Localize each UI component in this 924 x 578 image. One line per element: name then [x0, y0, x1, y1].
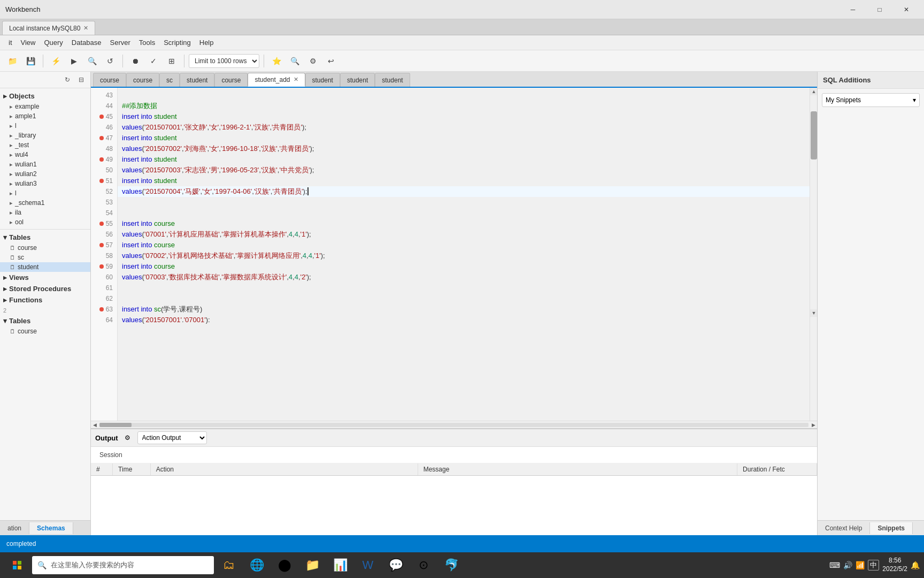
limit-rows-select[interactable]: Limit to 1000 rows: [189, 54, 259, 68]
output-settings-button[interactable]: ⚙: [122, 432, 133, 443]
tables-header[interactable]: ▾Tables: [0, 232, 90, 243]
tree-item-test[interactable]: ▸_test: [0, 140, 90, 150]
app-tab-close-icon[interactable]: ✕: [83, 25, 88, 32]
app-tab-mysql80[interactable]: Local instance MySQL80 ✕: [2, 21, 95, 35]
tree-item-wulian2[interactable]: ▸wulian2: [0, 169, 90, 179]
sql-tab-course-2[interactable]: course: [126, 73, 159, 87]
objects-header[interactable]: ▸ Objects: [0, 90, 90, 102]
sql-tab-student-3[interactable]: student: [340, 73, 375, 87]
start-button[interactable]: [4, 552, 30, 578]
tree-table-sc[interactable]: 🗒sc: [0, 253, 90, 262]
taskbar-unknown1[interactable]: ⊙: [411, 552, 436, 578]
taskbar-chrome[interactable]: ⬤: [272, 552, 297, 578]
scroll-down-button[interactable]: ▼: [810, 309, 817, 317]
commit-button[interactable]: ✓: [145, 54, 161, 69]
bottom-tab-schemas[interactable]: Schemas: [29, 522, 73, 534]
menu-server[interactable]: Server: [106, 36, 135, 49]
snippets-tab[interactable]: Snippets: [870, 522, 913, 534]
save-button[interactable]: 💾: [22, 54, 38, 69]
tree-item-wulian3[interactable]: ▸wulian3: [0, 179, 90, 188]
close-button[interactable]: ✕: [894, 0, 919, 19]
tree-item-ool[interactable]: ▸ool: [0, 217, 90, 227]
rollback-button[interactable]: ⏺: [127, 54, 143, 69]
output-content: # Time Action Message Duration / Fetc: [91, 463, 817, 535]
sql-tab-student-add[interactable]: student_add ✕: [248, 73, 305, 87]
find-button[interactable]: 🔍: [287, 54, 303, 69]
explain-button[interactable]: 🔍: [84, 54, 100, 69]
execute-button[interactable]: ⚡: [48, 54, 64, 69]
taskbar-clock[interactable]: 8:56 2022/5/2: [882, 557, 907, 573]
menu-it[interactable]: it: [4, 36, 17, 49]
sql-tab-course-3[interactable]: course: [214, 73, 248, 87]
taskbar-search-bar[interactable]: 🔍 在这里输入你要搜索的内容: [32, 556, 214, 574]
taskbar-powerpoint[interactable]: 📊: [327, 552, 353, 578]
tree-item-ample1[interactable]: ▸ample1: [0, 111, 90, 121]
star-button[interactable]: ⭐: [268, 54, 284, 69]
volume-icon[interactable]: 🔊: [843, 561, 852, 569]
bottom-tab-ation[interactable]: ation: [0, 522, 29, 534]
taskbar-search-icon: 🔍: [37, 561, 47, 569]
scroll-right-button[interactable]: ▶: [810, 421, 817, 429]
my-snippets-dropdown[interactable]: My Snippets ▾: [822, 93, 920, 107]
functions-header[interactable]: ▸Functions: [0, 294, 90, 306]
scroll-thumb[interactable]: [811, 111, 817, 159]
stop-button[interactable]: ↺: [102, 54, 118, 69]
tree-item-example[interactable]: ▸example: [0, 102, 90, 111]
sql-tab-student-4[interactable]: student: [375, 73, 410, 87]
open-file-button[interactable]: 📁: [4, 54, 20, 69]
notifications-icon[interactable]: 🔔: [911, 561, 920, 569]
tree-item-wulian1[interactable]: ▸wulian1: [0, 159, 90, 169]
tree-item-l[interactable]: ▸l: [0, 121, 90, 131]
taskbar-files[interactable]: 📁: [299, 552, 325, 578]
taskbar-unknown2[interactable]: 🐬: [438, 552, 464, 578]
menu-help[interactable]: Help: [195, 36, 218, 49]
stored-procedures-label: Stored Procedures: [9, 285, 71, 293]
tree-item-wul4[interactable]: ▸wul4: [0, 150, 90, 159]
scroll-left-button[interactable]: ◀: [91, 421, 98, 429]
tree-item-l2[interactable]: ▸l: [0, 188, 90, 198]
taskbar-edge[interactable]: 🌐: [244, 552, 270, 578]
menu-database[interactable]: Database: [67, 36, 106, 49]
taskbar-wechat[interactable]: 💬: [383, 552, 409, 578]
h-scroll-thumb[interactable]: [99, 423, 132, 427]
app-tab-bar: Local instance MySQL80 ✕: [0, 19, 924, 35]
keyboard-icon[interactable]: ⌨: [829, 561, 840, 569]
taskbar-word[interactable]: W: [355, 552, 381, 578]
menu-query[interactable]: Query: [40, 36, 67, 49]
sql-tab-course-1[interactable]: course: [93, 73, 126, 87]
format-button[interactable]: ⚙: [305, 54, 321, 69]
sql-tab-close-icon[interactable]: ✕: [294, 76, 298, 83]
tree-table-student[interactable]: 🗒student: [0, 262, 90, 272]
tree-item-ila[interactable]: ▸ila: [0, 208, 90, 217]
action-output-select[interactable]: Action Output: [137, 431, 207, 444]
scroll-up-button[interactable]: ▲: [810, 88, 817, 95]
minimize-button[interactable]: ─: [841, 0, 865, 19]
taskbar-explorer[interactable]: 🗂: [216, 552, 242, 578]
tree-table2-course[interactable]: 🗒course: [0, 326, 90, 336]
tree-item-schema1[interactable]: ▸_schema1: [0, 198, 90, 208]
menu-tools[interactable]: Tools: [135, 36, 159, 49]
wrap-button[interactable]: ↩: [323, 54, 339, 69]
sql-tab-sc[interactable]: sc: [159, 73, 180, 87]
code-editor-content[interactable]: ##添加数据 insert into student values('20150…: [118, 88, 810, 421]
context-help-tab[interactable]: Context Help: [818, 522, 870, 534]
sidebar-refresh-button[interactable]: ↻: [61, 74, 73, 86]
sql-tab-student-1[interactable]: student: [180, 73, 214, 87]
sql-tab-student-2[interactable]: student: [305, 73, 340, 87]
session-tab[interactable]: Session: [95, 449, 127, 461]
menu-scripting[interactable]: Scripting: [159, 36, 195, 49]
tree-table-course[interactable]: 🗒course: [0, 243, 90, 253]
menu-view[interactable]: View: [17, 36, 40, 49]
network-icon[interactable]: 📶: [856, 561, 865, 569]
stored-procedures-header[interactable]: ▸Stored Procedures: [0, 283, 90, 294]
tables2-header[interactable]: ▾Tables: [0, 315, 90, 326]
sidebar-collapse-button[interactable]: ⊟: [75, 74, 87, 86]
tree-item-library[interactable]: ▸_library: [0, 131, 90, 140]
execute-selection-button[interactable]: ▶: [66, 54, 82, 69]
maximize-button[interactable]: □: [867, 0, 892, 19]
editor-horizontal-scrollbar[interactable]: ◀ ▶: [91, 421, 817, 428]
views-header[interactable]: ▸Views: [0, 272, 90, 283]
language-indicator[interactable]: 中: [868, 560, 879, 571]
editor-vertical-scrollbar[interactable]: ▲ ▼: [810, 88, 817, 421]
autocommit-button[interactable]: ⊞: [164, 54, 180, 69]
